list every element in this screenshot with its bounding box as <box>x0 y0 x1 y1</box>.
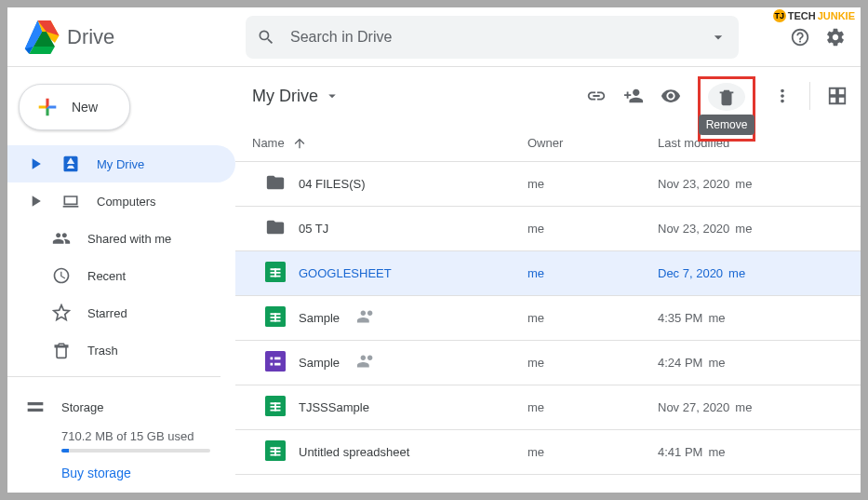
file-name: GOOGLESHEET <box>299 266 392 280</box>
star-icon <box>52 304 71 322</box>
col-owner[interactable]: Owner <box>527 136 658 150</box>
expand-icon <box>26 192 45 210</box>
remove-button-highlight: Remove <box>698 76 755 142</box>
logo[interactable]: Drive <box>22 19 246 56</box>
row-name: 05 TJ <box>252 217 527 240</box>
grid-view-icon[interactable] <box>827 86 848 106</box>
file-type-icon <box>265 440 286 464</box>
sidebar-item-label: Trash <box>87 344 118 358</box>
sidebar-item-my-drive[interactable]: My Drive <box>7 145 235 182</box>
row-modified: Dec 7, 2020me <box>658 266 844 280</box>
row-owner: me <box>527 356 658 370</box>
recent-icon <box>52 266 71 285</box>
search-options-icon[interactable] <box>709 28 728 47</box>
col-name[interactable]: Name <box>252 136 527 151</box>
link-icon[interactable] <box>586 86 607 106</box>
row-name: Sample <box>252 351 527 374</box>
sidebar-item-computers[interactable]: Computers <box>7 182 235 220</box>
storage-usage-text: 710.2 MB of 15 GB used <box>61 429 217 443</box>
row-owner: me <box>527 177 658 191</box>
row-owner: me <box>527 445 658 459</box>
file-name: 04 FILES(S) <box>299 177 366 191</box>
computers-icon <box>61 192 80 210</box>
table-row[interactable]: TJSSSamplemeNov 27, 2020me <box>235 385 861 430</box>
storage-bar <box>61 449 210 453</box>
sort-arrow-icon <box>292 136 307 151</box>
row-modified: Nov 27, 2020me <box>658 400 844 414</box>
more-icon[interactable] <box>772 86 793 106</box>
watermark: TJ TECHJUNKIE <box>773 9 855 22</box>
sidebar-item-label: Computers <box>97 195 156 209</box>
file-type-icon <box>265 306 286 330</box>
sidebar-item-label: My Drive <box>97 157 144 171</box>
table-row[interactable]: Untitled spreadsheetme4:41 PMme <box>235 430 861 475</box>
file-type-icon <box>265 351 286 374</box>
row-name: Sample <box>252 306 527 330</box>
table-row[interactable]: 05 TJmeNov 23, 2020me <box>235 207 861 251</box>
search-input[interactable]: Search in Drive <box>246 16 739 59</box>
shared-indicator-icon <box>353 306 377 330</box>
row-name: TJSSSample <box>252 396 527 419</box>
file-type-icon <box>265 396 286 419</box>
file-name: TJSSSample <box>299 400 369 414</box>
file-name: Untitled spreadsheet <box>299 445 409 459</box>
file-name: Sample <box>299 311 340 325</box>
row-name: Untitled spreadsheet <box>252 440 527 464</box>
file-type-icon <box>265 262 286 285</box>
row-modified: Nov 23, 2020me <box>658 222 844 236</box>
trash-icon <box>716 87 737 107</box>
file-type-icon <box>265 172 286 196</box>
sidebar-item-trash[interactable]: Trash <box>7 331 235 369</box>
search-placeholder: Search in Drive <box>290 29 709 46</box>
help-icon[interactable] <box>790 27 810 47</box>
settings-icon[interactable] <box>825 27 846 47</box>
row-modified: 4:24 PMme <box>658 356 844 370</box>
preview-icon[interactable] <box>661 86 681 106</box>
sidebar-item-label: Shared with me <box>87 232 171 246</box>
table-row[interactable]: GOOGLESHEETmeDec 7, 2020me <box>235 251 861 296</box>
shared-icon <box>52 229 71 248</box>
row-modified: 4:35 PMme <box>658 311 844 325</box>
row-name: GOOGLESHEET <box>252 262 527 285</box>
file-name: Sample <box>299 356 340 370</box>
row-owner: me <box>527 400 658 414</box>
file-name: 05 TJ <box>299 222 328 236</box>
sidebar-item-recent[interactable]: Recent <box>7 257 235 294</box>
row-name: 04 FILES(S) <box>252 172 527 196</box>
sidebar-item-storage[interactable]: Storage <box>26 388 217 426</box>
row-owner: me <box>527 222 658 236</box>
my-drive-icon <box>61 155 80 173</box>
buy-storage-link[interactable]: Buy storage <box>61 466 217 480</box>
sidebar-item-starred[interactable]: Starred <box>7 294 235 331</box>
sidebar-item-shared[interactable]: Shared with me <box>7 220 235 257</box>
row-modified: 4:41 PMme <box>658 445 844 459</box>
remove-tooltip: Remove <box>699 115 755 135</box>
drive-logo-icon <box>22 19 60 56</box>
toolbar: My Drive Remove <box>235 67 861 125</box>
header: Drive Search in Drive <box>7 7 861 67</box>
sidebar: New My Drive Computers Shared with me Re… <box>7 67 235 493</box>
new-button[interactable]: New <box>19 84 130 130</box>
dropdown-icon <box>324 88 341 104</box>
row-owner: me <box>527 311 658 325</box>
plus-icon <box>34 94 60 120</box>
table-row[interactable]: 04 FILES(S)meNov 23, 2020me <box>235 162 861 207</box>
new-button-label: New <box>72 100 98 115</box>
sidebar-item-label: Recent <box>87 269 126 283</box>
sidebar-item-label: Starred <box>87 306 127 320</box>
storage-icon <box>26 398 45 416</box>
expand-icon <box>26 155 45 173</box>
trash-icon <box>52 341 71 359</box>
shared-indicator-icon <box>353 351 377 374</box>
svg-rect-2 <box>265 351 286 372</box>
search-icon <box>257 28 275 47</box>
breadcrumb[interactable]: My Drive <box>252 87 341 106</box>
table-row[interactable]: Sampleme4:35 PMme <box>235 296 861 341</box>
row-owner: me <box>527 266 658 280</box>
remove-button[interactable] <box>708 83 745 111</box>
row-modified: Nov 23, 2020me <box>658 177 844 191</box>
file-type-icon <box>265 217 286 240</box>
table-row[interactable]: Sampleme4:24 PMme <box>235 341 861 385</box>
share-icon[interactable] <box>623 86 644 106</box>
main: My Drive Remove <box>235 67 861 493</box>
